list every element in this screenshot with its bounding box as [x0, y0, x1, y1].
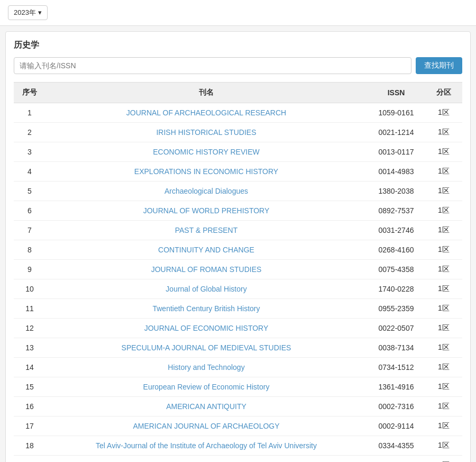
cell-num: 12 — [14, 319, 45, 338]
cell-journal[interactable]: European Review of Economic History — [45, 377, 367, 397]
cell-zone: 1区 — [425, 103, 462, 123]
cell-journal[interactable]: IRISH HISTORICAL STUDIES — [45, 123, 367, 142]
cell-issn: 0013-0117 — [367, 142, 425, 162]
top-bar: 2023年 ▾ — [0, 0, 476, 26]
cell-zone: 1区 — [425, 182, 462, 201]
cell-journal[interactable]: Tel Aviv-Journal of the Institute of Arc… — [45, 436, 367, 456]
cell-journal[interactable]: AMERICAN JOURNAL OF ARCHAEOLOGY — [45, 416, 367, 436]
cell-journal[interactable]: ECONOMIC HISTORY REVIEW — [45, 142, 367, 162]
cell-journal[interactable]: History and Technology — [45, 358, 367, 377]
cell-zone: 1区 — [425, 358, 462, 377]
cell-issn: 0038-7134 — [367, 338, 425, 358]
cell-zone: 1区 — [425, 142, 462, 162]
table-row: 18Tel Aviv-Journal of the Institute of A… — [14, 436, 462, 456]
cell-issn: 0002-7316 — [367, 397, 425, 416]
cell-issn: 0268-4160 — [367, 240, 425, 260]
cell-num: 3 — [14, 142, 45, 162]
cell-journal[interactable]: JOURNAL OF ARCHAEOLOGICAL RESEARCH — [45, 103, 367, 123]
table-row: 5Archaeological Dialogues1380-20381区 — [14, 182, 462, 201]
cell-issn: 0955-2359 — [367, 299, 425, 319]
header-zone: 分区 — [425, 83, 462, 103]
cell-issn: 1059-0161 — [367, 103, 425, 123]
table-row: 15European Review of Economic History136… — [14, 377, 462, 397]
cell-journal[interactable]: JOURNAL OF ECONOMIC HISTORY — [45, 319, 367, 338]
cell-num: 1 — [14, 103, 45, 123]
table-row: 14History and Technology0734-15121区 — [14, 358, 462, 377]
cell-num: 13 — [14, 338, 45, 358]
cell-zone: 1区 — [425, 221, 462, 240]
cell-zone: 1区 — [425, 279, 462, 299]
header-num: 序号 — [14, 83, 45, 103]
cell-num: 19 — [14, 456, 45, 463]
cell-journal[interactable]: JOURNAL OF WORLD PREHISTORY — [45, 201, 367, 221]
cell-num: 8 — [14, 240, 45, 260]
cell-journal[interactable]: AMERICAN ANTIQUITY — [45, 397, 367, 416]
search-row: 查找期刊 — [14, 57, 462, 74]
cell-zone: 1区 — [425, 377, 462, 397]
cell-zone: 1区 — [425, 397, 462, 416]
cell-journal[interactable]: Archaeological Dialogues — [45, 182, 367, 201]
cell-issn: 0334-4355 — [367, 436, 425, 456]
table-row: 7PAST & PRESENT0031-27461区 — [14, 221, 462, 240]
table-row: 4EXPLORATIONS IN ECONOMIC HISTORY0014-49… — [14, 162, 462, 182]
table-row: 9JOURNAL OF ROMAN STUDIES0075-43581区 — [14, 260, 462, 279]
table-row: 10Journal of Global History1740-02281区 — [14, 279, 462, 299]
cell-zone: 1区 — [425, 319, 462, 338]
table-row: 6JOURNAL OF WORLD PREHISTORY0892-75371区 — [14, 201, 462, 221]
cell-num: 10 — [14, 279, 45, 299]
cell-journal[interactable]: Twentieth Century British History — [45, 299, 367, 319]
cell-num: 5 — [14, 182, 45, 201]
cell-num: 9 — [14, 260, 45, 279]
cell-num: 16 — [14, 397, 45, 416]
cell-journal[interactable]: PAST & PRESENT — [45, 221, 367, 240]
cell-issn: 0892-7537 — [367, 201, 425, 221]
cell-zone: 1区 — [425, 299, 462, 319]
cell-issn: 0734-1512 — [367, 358, 425, 377]
cell-zone: 1区 — [425, 201, 462, 221]
cell-num: 18 — [14, 436, 45, 456]
table-row: 3ECONOMIC HISTORY REVIEW0013-01171区 — [14, 142, 462, 162]
table-row: 12JOURNAL OF ECONOMIC HISTORY0022-05071区 — [14, 319, 462, 338]
search-button[interactable]: 查找期刊 — [416, 57, 462, 74]
cell-journal[interactable]: History & Memory — [45, 456, 367, 463]
header-journal: 刊名 — [45, 83, 367, 103]
table-row: 17AMERICAN JOURNAL OF ARCHAEOLOGY0002-91… — [14, 416, 462, 436]
cell-num: 17 — [14, 416, 45, 436]
cell-journal[interactable]: SPECULUM-A JOURNAL OF MEDIEVAL STUDIES — [45, 338, 367, 358]
table-row: 8CONTINUITY AND CHANGE0268-41601区 — [14, 240, 462, 260]
cell-issn: 0031-2746 — [367, 221, 425, 240]
cell-journal[interactable]: JOURNAL OF ROMAN STUDIES — [45, 260, 367, 279]
table-row: 13SPECULUM-A JOURNAL OF MEDIEVAL STUDIES… — [14, 338, 462, 358]
cell-journal[interactable]: Journal of Global History — [45, 279, 367, 299]
cell-issn: 1380-2038 — [367, 182, 425, 201]
cell-journal[interactable]: CONTINUITY AND CHANGE — [45, 240, 367, 260]
cell-num: 6 — [14, 201, 45, 221]
cell-num: 14 — [14, 358, 45, 377]
cell-num: 4 — [14, 162, 45, 182]
table-row: 2IRISH HISTORICAL STUDIES0021-12141区 — [14, 123, 462, 142]
cell-issn: 1361-4916 — [367, 377, 425, 397]
table-row: 19History & Memory0935-560X1区 — [14, 456, 462, 463]
cell-num: 15 — [14, 377, 45, 397]
year-dropdown[interactable]: 2023年 ▾ — [8, 5, 48, 20]
search-input[interactable] — [14, 57, 411, 74]
cell-issn: 0935-560X — [367, 456, 425, 463]
cell-zone: 1区 — [425, 436, 462, 456]
cell-issn: 0014-4983 — [367, 162, 425, 182]
cell-zone: 1区 — [425, 456, 462, 463]
cell-zone: 1区 — [425, 123, 462, 142]
table-row: 11Twentieth Century British History0955-… — [14, 299, 462, 319]
cell-zone: 1区 — [425, 240, 462, 260]
table-header-row: 序号 刊名 ISSN 分区 — [14, 83, 462, 103]
header-issn: ISSN — [367, 83, 425, 103]
cell-issn: 1740-0228 — [367, 279, 425, 299]
cell-issn: 0022-0507 — [367, 319, 425, 338]
section-title: 历史学 — [14, 40, 462, 51]
cell-issn: 0021-1214 — [367, 123, 425, 142]
cell-issn: 0075-4358 — [367, 260, 425, 279]
cell-num: 2 — [14, 123, 45, 142]
cell-journal[interactable]: EXPLORATIONS IN ECONOMIC HISTORY — [45, 162, 367, 182]
table-row: 16AMERICAN ANTIQUITY0002-73161区 — [14, 397, 462, 416]
cell-zone: 1区 — [425, 162, 462, 182]
table-row: 1JOURNAL OF ARCHAEOLOGICAL RESEARCH1059-… — [14, 103, 462, 123]
